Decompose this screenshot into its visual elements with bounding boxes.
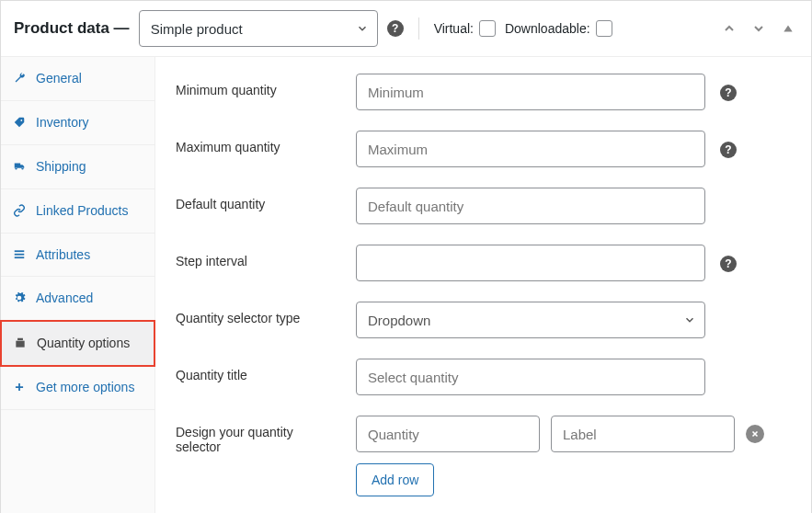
product-type-select[interactable] (139, 10, 378, 47)
svg-rect-3 (16, 341, 24, 348)
row-step-interval: Step interval ? (176, 245, 791, 281)
help-icon[interactable]: ? (720, 85, 737, 101)
tag-icon (12, 115, 27, 130)
design-row (356, 416, 791, 452)
tab-label: Shipping (36, 158, 143, 176)
label-step-interval: Step interval (176, 245, 341, 268)
input-design-label[interactable] (551, 416, 735, 452)
virtual-label: Virtual: (434, 21, 474, 36)
tab-label: Quantity options (37, 335, 143, 352)
tab-inventory[interactable]: Inventory (1, 101, 154, 145)
truck-icon (12, 159, 27, 174)
collapse-icon[interactable] (778, 18, 798, 39)
input-min-qty[interactable] (356, 74, 705, 110)
label-selector-type: Quantity selector type (176, 302, 341, 325)
row-qty-title: Quantity title (176, 359, 791, 395)
label-design-selector: Design your quantity selector (176, 416, 341, 454)
panel-title: Product data — (14, 19, 130, 38)
tab-attributes[interactable]: Attributes (1, 234, 154, 278)
prev-icon[interactable] (719, 18, 739, 39)
divider (418, 17, 419, 40)
sidebar: General Inventory Shipping Linked Produc… (1, 57, 155, 513)
tab-label: Inventory (36, 114, 143, 131)
label-min-qty: Minimum quantity (176, 74, 341, 97)
help-icon[interactable]: ? (387, 20, 404, 37)
svg-rect-1 (15, 253, 25, 255)
box-icon (13, 336, 28, 350)
label-qty-title: Quantity title (176, 359, 341, 382)
downloadable-checkbox[interactable] (596, 20, 612, 37)
virtual-checkbox[interactable] (479, 20, 496, 37)
virtual-checkbox-group[interactable]: Virtual: (434, 20, 496, 37)
panel-body: General Inventory Shipping Linked Produc… (1, 57, 811, 513)
select-selector-type[interactable] (356, 302, 705, 338)
list-icon (12, 247, 27, 262)
label-max-qty: Maximum quantity (176, 131, 341, 154)
tab-label: General (36, 70, 143, 87)
row-design-selector: Design your quantity selector Add row (176, 416, 791, 496)
tab-linked-products[interactable]: Linked Products (1, 189, 154, 234)
input-step-interval[interactable] (356, 245, 705, 281)
product-type-value[interactable] (139, 10, 378, 47)
tab-advanced[interactable]: Advanced (1, 277, 154, 321)
add-row-button[interactable]: Add row (356, 463, 434, 496)
tab-get-more-options[interactable]: Get more options (1, 366, 154, 410)
content-area: Minimum quantity ? Maximum quantity ? De… (155, 57, 811, 513)
svg-rect-4 (17, 338, 23, 340)
wrench-icon (12, 71, 27, 86)
row-max-qty: Maximum quantity ? (176, 131, 791, 167)
row-min-qty: Minimum quantity ? (176, 74, 791, 110)
gear-icon (12, 291, 27, 305)
input-max-qty[interactable] (356, 131, 705, 167)
downloadable-checkbox-group[interactable]: Downloadable: (505, 20, 612, 37)
tab-general[interactable]: General (1, 57, 154, 101)
row-default-qty: Default quantity (176, 188, 791, 224)
tab-label: Attributes (36, 246, 143, 264)
help-icon[interactable]: ? (720, 256, 737, 272)
input-default-qty[interactable] (356, 188, 705, 224)
label-default-qty: Default quantity (176, 188, 341, 211)
row-selector-type: Quantity selector type (176, 302, 791, 338)
link-icon (12, 203, 27, 218)
product-data-panel: Product data — ? Virtual: Downloadable: (0, 0, 812, 513)
plus-icon (12, 380, 27, 394)
remove-row-icon[interactable] (746, 425, 764, 443)
downloadable-label: Downloadable: (505, 21, 590, 36)
tab-quantity-options[interactable]: Quantity options (0, 320, 155, 367)
panel-header: Product data — ? Virtual: Downloadable: (1, 1, 811, 57)
input-qty-title[interactable] (356, 359, 705, 395)
tab-label: Advanced (36, 290, 143, 307)
tab-shipping[interactable]: Shipping (1, 145, 154, 189)
tab-label: Linked Products (36, 202, 143, 220)
tab-label: Get more options (36, 379, 143, 396)
help-icon[interactable]: ? (720, 142, 737, 158)
input-design-quantity[interactable] (356, 416, 540, 452)
select-selector-type-value[interactable] (356, 302, 705, 338)
next-icon[interactable] (749, 18, 769, 39)
svg-rect-2 (15, 256, 25, 258)
svg-rect-0 (15, 250, 25, 252)
